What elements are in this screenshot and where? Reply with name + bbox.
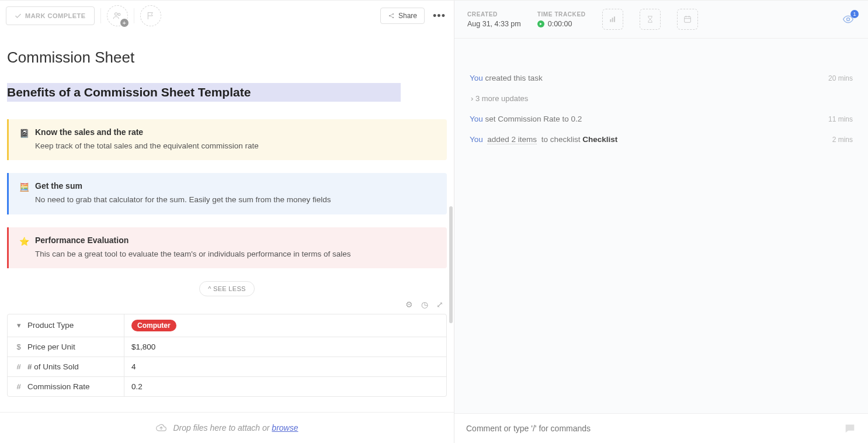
number-field-icon: #	[15, 382, 23, 391]
see-less-button[interactable]: ^ SEE LESS	[199, 281, 254, 296]
svg-rect-8	[684, 16, 690, 22]
field-value[interactable]: 4	[124, 357, 446, 376]
browse-link[interactable]: browse	[272, 423, 298, 432]
chat-icon[interactable]	[843, 422, 856, 435]
field-label: # of Units Sold	[27, 362, 79, 371]
activity-feed: You created this task 20 mins 3 more upd…	[454, 39, 868, 413]
estimate-button[interactable]	[602, 9, 623, 30]
calendar-icon	[683, 15, 692, 24]
svg-rect-7	[614, 16, 615, 22]
currency-field-icon: $	[15, 342, 23, 351]
cloud-upload-icon	[155, 422, 167, 434]
star-icon: ⭐	[19, 236, 29, 260]
settings-icon[interactable]: ⚙	[405, 300, 413, 309]
abacus-icon: 🧮	[19, 181, 29, 206]
svg-rect-5	[610, 19, 611, 22]
time-tracked-meta: TIME TRACKED 0:00:00	[537, 11, 586, 28]
activity-text: to checklist	[541, 135, 583, 144]
hourglass-icon	[646, 15, 654, 24]
flag-icon	[146, 11, 155, 20]
activity-time: 20 mins	[828, 74, 853, 82]
activity-actor: You	[470, 135, 483, 144]
scrollbar[interactable]	[449, 206, 453, 323]
svg-point-0	[114, 13, 117, 16]
callout-know-sales: 📓 Know the sales and the rate Keep track…	[7, 119, 447, 160]
date-button[interactable]	[677, 9, 698, 30]
svg-rect-6	[612, 18, 613, 22]
field-label: Commission Rate	[27, 382, 90, 391]
hourglass-button[interactable]	[640, 9, 661, 30]
activity-time: 2 mins	[832, 136, 853, 144]
attachment-dropzone[interactable]: Drop files here to attach or browse	[0, 412, 454, 443]
priority-button[interactable]	[140, 5, 161, 26]
benefits-heading: Benefits of a Commission Sheet Template	[7, 83, 401, 102]
share-icon	[388, 12, 395, 19]
callout-desc: Keep track of the total sales and the eq…	[35, 140, 436, 152]
svg-point-2	[389, 15, 390, 16]
plus-badge-icon: +	[120, 19, 129, 27]
field-row-price[interactable]: $ Price per Unit $1,800	[8, 337, 446, 357]
svg-point-3	[393, 13, 394, 15]
page-title: Commission Sheet	[7, 49, 447, 67]
svg-point-4	[393, 17, 394, 18]
assignee-add-button[interactable]: +	[107, 5, 128, 26]
history-icon[interactable]: ◷	[421, 300, 428, 309]
created-value: Aug 31, 4:33 pm	[467, 20, 521, 28]
divider	[100, 8, 101, 23]
watchers-button[interactable]: 1	[841, 13, 855, 25]
number-field-icon: #	[15, 362, 23, 371]
mark-complete-label: MARK COMPLETE	[25, 12, 86, 19]
callout-desc: This can be a great tool to evaluate the…	[35, 248, 436, 260]
watchers-count: 1	[850, 10, 859, 18]
callout-desc: No need to grab that calculator for the …	[35, 194, 436, 206]
field-value[interactable]: 0.2	[124, 377, 446, 396]
activity-actor: You	[470, 115, 483, 123]
svg-point-9	[847, 18, 850, 21]
callout-get-sum: 🧮 Get the sum No need to grab that calcu…	[7, 173, 447, 214]
callout-title: Performance Evaluation	[35, 236, 436, 245]
field-label: Price per Unit	[27, 342, 75, 351]
activity-text: set Commission Rate to 0.2	[483, 115, 582, 123]
field-value[interactable]: $1,800	[124, 337, 446, 357]
dropdown-field-icon: ▾	[15, 321, 23, 330]
more-updates-toggle[interactable]: 3 more updates	[470, 94, 853, 103]
created-meta: CREATED Aug 31, 4:33 pm	[467, 11, 521, 28]
field-row-commission-rate[interactable]: # Commission Rate 0.2	[8, 377, 446, 396]
share-label: Share	[398, 12, 417, 20]
time-tracked-label: TIME TRACKED	[537, 11, 586, 18]
custom-fields-table: ▾ Product Type Computer $ Price per Unit…	[7, 314, 447, 397]
more-menu-button[interactable]: •••	[430, 7, 448, 25]
callout-performance: ⭐ Performance Evaluation This can be a g…	[7, 227, 447, 268]
activity-actor: You	[470, 74, 483, 82]
expand-icon[interactable]: ⤢	[436, 300, 443, 309]
svg-point-1	[118, 13, 120, 16]
activity-item: You created this task 20 mins	[470, 74, 853, 82]
activity-item: You added 2 items to checklist Checklist…	[470, 135, 853, 144]
activity-link[interactable]: added 2 items	[487, 135, 537, 144]
dropzone-text: Drop files here to attach or	[173, 423, 272, 432]
product-type-tag[interactable]: Computer	[131, 320, 176, 331]
activity-item: You set Commission Rate to 0.2 11 mins	[470, 115, 853, 123]
comment-input[interactable]	[466, 424, 843, 433]
activity-text: created this task	[483, 74, 543, 82]
activity-target: Checklist	[582, 135, 617, 144]
activity-time: 11 mins	[828, 115, 853, 123]
callout-title: Know the sales and the rate	[35, 127, 436, 137]
check-icon	[15, 12, 22, 19]
field-label: Product Type	[27, 321, 74, 330]
divider	[134, 8, 134, 23]
field-row-product-type[interactable]: ▾ Product Type Computer	[8, 314, 446, 337]
notebook-icon: 📓	[19, 127, 29, 152]
created-label: CREATED	[467, 11, 521, 18]
callout-title: Get the sum	[35, 181, 436, 191]
share-button[interactable]: Share	[380, 8, 425, 24]
mark-complete-button[interactable]: MARK COMPLETE	[6, 6, 95, 25]
field-row-units[interactable]: # # of Units Sold 4	[8, 357, 446, 377]
bars-icon	[608, 15, 617, 24]
play-timer-button[interactable]	[537, 20, 544, 27]
time-tracked-value: 0:00:00	[548, 20, 572, 28]
